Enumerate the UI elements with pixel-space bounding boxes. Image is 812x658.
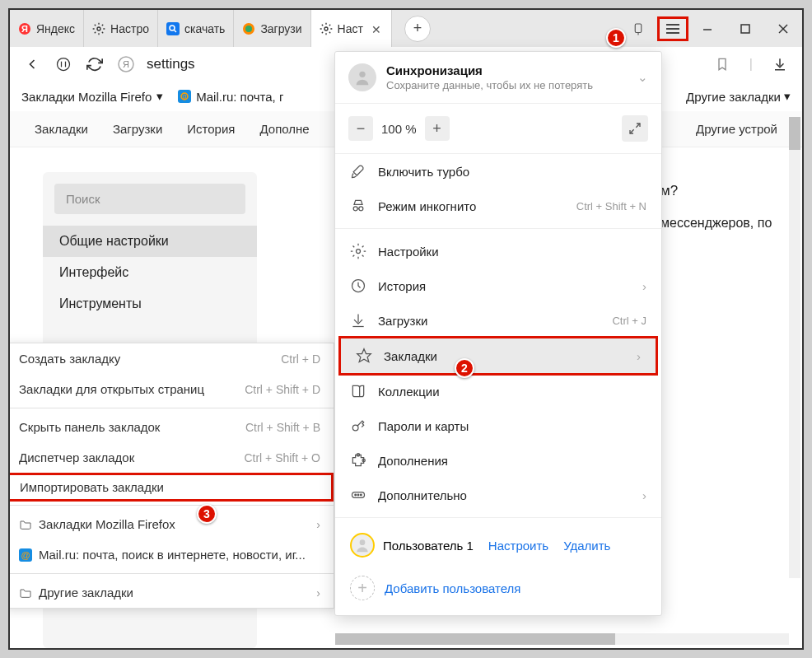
book-icon [350,383,366,399]
tab-yandex[interactable]: Я Яндекс [10,10,84,47]
sub-create-bookmark[interactable]: Создать закладкуCtrl + D [8,343,334,374]
folder-icon [19,518,32,531]
menu-extensions[interactable]: Дополнения [335,443,661,478]
svg-point-48 [360,539,366,545]
other-bookmarks[interactable]: Другие закладки▾ [686,89,791,104]
maximize-button[interactable] [726,10,764,47]
partial-text: м? [660,183,678,199]
svg-rect-15 [741,25,749,33]
svg-point-46 [357,494,359,496]
tab-label: Настро [110,22,149,35]
menu-collections[interactable]: Коллекции [335,374,661,408]
fullscreen-button[interactable] [622,115,648,142]
svg-point-47 [361,494,362,496]
svg-point-33 [353,207,357,211]
svg-point-36 [357,250,361,254]
svg-rect-3 [166,22,180,35]
puzzle-icon [350,452,366,469]
bookmarks-submenu: Создать закладкуCtrl + D Закладки для от… [8,343,334,609]
menu-sync[interactable]: СинхронизацияСохраните данные, чтобы их … [335,52,661,104]
svg-point-45 [355,494,357,496]
download-icon[interactable] [769,54,791,75]
zoom-in-button[interactable]: + [425,116,450,141]
close-icon[interactable]: ✕ [371,23,383,35]
svg-point-2 [97,27,100,30]
menu-more[interactable]: Дополнительно › [335,478,661,512]
minimize-button[interactable] [688,10,726,47]
chevron-right-icon: › [642,488,646,502]
vertical-scrollbar[interactable] [789,117,800,578]
plus-icon: + [350,576,375,600]
user-configure-link[interactable]: Настроить [488,539,548,553]
hamburger-button[interactable] [665,22,681,35]
svg-point-7 [245,26,252,32]
menu-downloads[interactable]: Загрузки Ctrl + J [335,303,661,338]
download-icon [350,312,366,329]
sidebar-item-general[interactable]: Общие настройки [43,226,257,257]
sidebar-item-tools[interactable]: Инструменты [43,288,257,320]
menu-passwords[interactable]: Пароли и карты [335,408,661,443]
site-icon: Я [115,54,137,75]
avatar [350,533,375,558]
zoom-value: 100 % [381,122,417,136]
menu-history[interactable]: История › [335,268,661,303]
reload-button[interactable] [84,54,105,75]
bookmark-item[interactable]: Закладки Mozilla Firefо▾ [21,89,163,104]
gear-icon [320,22,333,35]
nav-item[interactable]: История [187,122,235,136]
nav-item[interactable]: Дополне [259,122,309,136]
new-tab-button[interactable]: + [404,16,431,42]
star-icon [356,348,372,364]
close-window-button[interactable] [764,10,802,47]
sub-import-bookmarks[interactable]: Импортировать закладки [8,473,334,502]
user-name: Пользователь 1 [383,539,474,553]
dots-icon [350,487,366,503]
search-input[interactable]: Поиск [54,184,245,214]
chevron-down-icon: ⌄ [637,70,648,85]
svg-point-41 [352,425,358,431]
menu-turbo[interactable]: Включить турбо [335,154,661,189]
svg-text:@: @ [21,550,30,560]
tab-search[interactable]: скачать [158,10,234,47]
bookmark-item[interactable]: @ Mail.ru: почта, г [178,90,283,104]
sub-bookmark-manager[interactable]: Диспетчер закладокCtrl + Shift + O [8,442,334,473]
svg-text:Я: Я [123,59,129,69]
svg-line-32 [630,129,634,133]
menu-incognito[interactable]: Режим инкогнито Ctrl + Shift + N [335,189,661,223]
sub-mailru[interactable]: @Mail.ru: почта, поиск в интернете, ново… [8,539,334,570]
horizontal-scrollbar[interactable] [335,633,789,645]
nav-item[interactable]: Закладки [35,122,88,136]
nav-item[interactable]: Другие устрой [696,122,777,136]
tab-settings1[interactable]: Настро [84,10,158,47]
svg-point-18 [58,58,70,71]
sub-hide-bar[interactable]: Скрыть панель закладокCtrl + Shift + B [8,412,334,442]
svg-text:Я: Я [21,24,28,34]
menu-settings[interactable]: Настройки [335,234,661,268]
zoom-out-button[interactable]: − [348,116,373,141]
bookmark-icon[interactable] [712,54,733,75]
chevron-right-icon: › [642,279,646,293]
menu-add-user[interactable]: + Добавить пользователя [335,567,661,615]
avatar-icon [348,63,376,91]
user-delete-link[interactable]: Удалить [563,539,610,553]
sub-bookmark-open-pages[interactable]: Закладки для открытых страницCtrl + Shif… [8,374,334,404]
menu-bookmarks[interactable]: Закладки › [341,338,656,373]
sidebar-item-interface[interactable]: Интерфейс [43,257,257,288]
nav-item[interactable]: Загрузки [113,122,162,136]
zoom-controls: − 100 % + [335,104,661,154]
window-controls [619,10,802,47]
back-button[interactable] [21,54,43,75]
clock-icon [350,278,366,294]
tab-settings2[interactable]: Наст ✕ [311,10,392,47]
sub-folder-firefox[interactable]: Закладки Mozilla Firefox › [8,509,334,539]
mailru-icon: @ [178,90,191,103]
tableau-icon[interactable] [53,54,74,75]
hamburger-highlighted [657,16,688,41]
svg-point-8 [324,27,328,30]
chevron-right-icon: › [316,586,320,600]
rocket-icon [350,163,366,180]
mailru-icon: @ [19,548,32,562]
tab-download[interactable]: Загрузи [234,10,310,47]
sub-other-bookmarks[interactable]: Другие закладки › [8,577,334,608]
tab-label: Яндекс [36,22,75,35]
